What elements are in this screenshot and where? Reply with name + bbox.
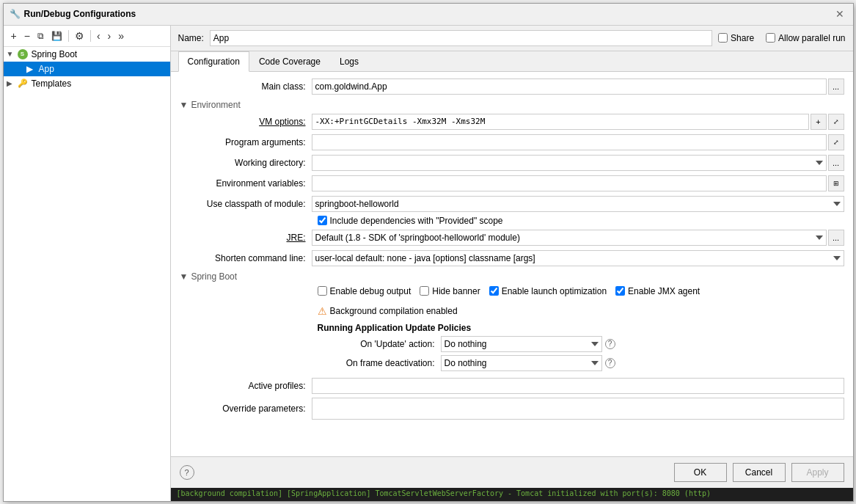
spring-boot-section: ▼ Spring Boot Enable debug output Hide b… [180, 271, 844, 420]
environment-toggle[interactable]: ▼ [180, 100, 189, 110]
more-button[interactable]: » [115, 29, 127, 43]
hide-banner-text: Hide banner [432, 286, 480, 296]
working-dir-label: Working directory: [180, 158, 312, 168]
program-args-expand-button[interactable]: ⤢ [828, 134, 844, 150]
config-panel: Main class: ... ▼ Environment VM options… [171, 72, 853, 456]
hide-banner-label[interactable]: Hide banner [420, 286, 480, 296]
jre-label: JRE: [180, 233, 312, 243]
on-update-label: On 'Update' action: [318, 339, 435, 349]
working-dir-input-wrap: ... [312, 155, 844, 171]
on-frame-help-icon[interactable]: ? [605, 358, 615, 368]
bg-compile-text: Background compilation enabled [330, 306, 458, 316]
warning-icon: ⚠ [318, 305, 327, 317]
help-button[interactable]: ? [180, 465, 194, 480]
enable-debug-checkbox[interactable] [318, 286, 327, 296]
toggle-spring-boot[interactable]: ▼ [7, 50, 17, 58]
jre-row: JRE: Default (1.8 - SDK of 'springboot-h… [180, 229, 844, 246]
working-dir-row: Working directory: ... [180, 154, 844, 172]
remove-button[interactable]: − [21, 29, 33, 43]
on-frame-row: On frame deactivation: Do nothing Update… [318, 355, 844, 371]
on-frame-select[interactable]: Do nothing Update classes and resources … [441, 355, 602, 371]
override-params-area [312, 398, 844, 420]
enable-jmx-label[interactable]: Enable JMX agent [615, 286, 700, 296]
apply-button[interactable]: Apply [791, 463, 844, 482]
vm-options-fullscreen-button[interactable]: ⤢ [828, 114, 844, 130]
on-update-select[interactable]: Do nothing Update classes and resources … [441, 336, 602, 352]
on-update-help-icon[interactable]: ? [605, 339, 615, 349]
jre-input-wrap: Default (1.8 - SDK of 'springboot-hellow… [312, 230, 844, 246]
tabs: Configuration Code Coverage Logs [171, 51, 853, 72]
on-frame-label: On frame deactivation: [318, 358, 435, 368]
name-input[interactable] [210, 30, 712, 46]
cancel-button[interactable]: Cancel [733, 463, 786, 482]
arrow-left-button[interactable]: ‹ [94, 29, 103, 43]
vm-options-row: VM options: + ⤢ [180, 113, 844, 131]
sidebar-item-templates[interactable]: ▶ 🔑 Templates [4, 76, 170, 91]
enable-jmx-checkbox[interactable] [615, 286, 625, 296]
tab-configuration[interactable]: Configuration [178, 51, 249, 72]
on-frame-select-wrap: Do nothing Update classes and resources … [441, 355, 615, 371]
shorten-cmd-row: Shorten command line: user-local default… [180, 249, 844, 267]
share-checkbox-label[interactable]: Share [718, 33, 754, 43]
env-vars-edit-button[interactable]: ⊞ [828, 175, 844, 191]
arrow-right-button[interactable]: › [105, 29, 114, 43]
environment-label: Environment [191, 100, 240, 110]
working-dir-select[interactable] [312, 155, 827, 171]
spring-boot-toggle[interactable]: ▼ [180, 271, 189, 282]
spring-boot-section-label: Spring Boot [191, 271, 237, 282]
vm-options-expand-button[interactable]: + [811, 114, 827, 130]
working-dir-browse-button[interactable]: ... [828, 155, 844, 171]
main-class-input[interactable] [312, 78, 827, 95]
program-args-input[interactable] [312, 134, 827, 150]
jre-browse-button[interactable]: ... [828, 230, 844, 246]
tab-code-coverage[interactable]: Code Coverage [249, 51, 330, 72]
sidebar-item-spring-boot[interactable]: ▼ S Spring Boot [4, 47, 170, 62]
include-deps-checkbox-label[interactable]: Include dependencies with "Provided" sco… [318, 216, 503, 226]
include-deps-checkbox[interactable] [318, 216, 327, 225]
allow-parallel-label: Allow parallel run [778, 33, 845, 43]
toggle-templates[interactable]: ▶ [7, 79, 17, 87]
copy-button[interactable]: ⧉ [34, 29, 47, 43]
allow-parallel-checkbox[interactable] [766, 33, 775, 43]
classpath-select[interactable]: springboot-helloworld [312, 196, 844, 212]
main-class-input-wrap: ... [312, 78, 844, 95]
main-class-browse-button[interactable]: ... [828, 78, 844, 95]
share-row: Share Allow parallel run [718, 33, 845, 43]
ok-button[interactable]: OK [674, 463, 727, 482]
enable-debug-text: Enable debug output [330, 286, 411, 296]
enable-launch-opt-label[interactable]: Enable launch optimization [489, 286, 607, 296]
running-policies: Running Application Update Policies On '… [318, 323, 844, 371]
save-button[interactable]: 💾 [48, 29, 65, 43]
vm-options-input[interactable] [312, 114, 809, 130]
spring-boot-label: Spring Boot [32, 49, 78, 59]
bg-compile-warning: ⚠ Background compilation enabled [318, 305, 458, 317]
dialog-icon: 🔧 [10, 9, 20, 19]
classpath-row: Use classpath of module: springboot-hell… [180, 195, 844, 213]
tab-logs[interactable]: Logs [330, 51, 368, 72]
active-profiles-input[interactable] [312, 378, 844, 394]
separator [68, 30, 69, 42]
jre-select[interactable]: Default (1.8 - SDK of 'springboot-hellow… [312, 230, 827, 246]
sidebar-item-app[interactable]: ▶ App [4, 62, 170, 76]
close-button[interactable]: ✕ [833, 8, 847, 20]
settings-button[interactable]: ⚙ [72, 29, 87, 43]
title-bar: 🔧 Run/Debug Configurations ✕ [4, 4, 853, 26]
env-vars-row: Environment variables: ⊞ [180, 175, 844, 192]
env-vars-input[interactable] [312, 175, 827, 191]
hide-banner-checkbox[interactable] [420, 286, 429, 296]
tree: ▼ S Spring Boot ▶ App ▶ 🔑 Templates [4, 47, 170, 91]
active-profiles-label: Active profiles: [180, 381, 312, 391]
app-label: App [39, 64, 54, 74]
on-update-select-wrap: Do nothing Update classes and resources … [441, 336, 615, 352]
separator2 [90, 30, 91, 42]
app-icon: ▶ [24, 63, 36, 75]
shorten-cmd-label: Shorten command line: [180, 253, 312, 263]
shorten-cmd-select[interactable]: user-local default: none - java [options… [312, 250, 844, 266]
share-checkbox[interactable] [718, 33, 728, 43]
enable-debug-label[interactable]: Enable debug output [318, 286, 411, 296]
allow-parallel-checkbox-label[interactable]: Allow parallel run [766, 33, 845, 43]
add-button[interactable]: + [8, 29, 20, 43]
status-bar: [background compilation] [SpringApplicat… [171, 488, 853, 501]
right-panel: Name: Share Allow parallel run Configu [171, 26, 853, 501]
enable-launch-opt-checkbox[interactable] [489, 286, 499, 296]
